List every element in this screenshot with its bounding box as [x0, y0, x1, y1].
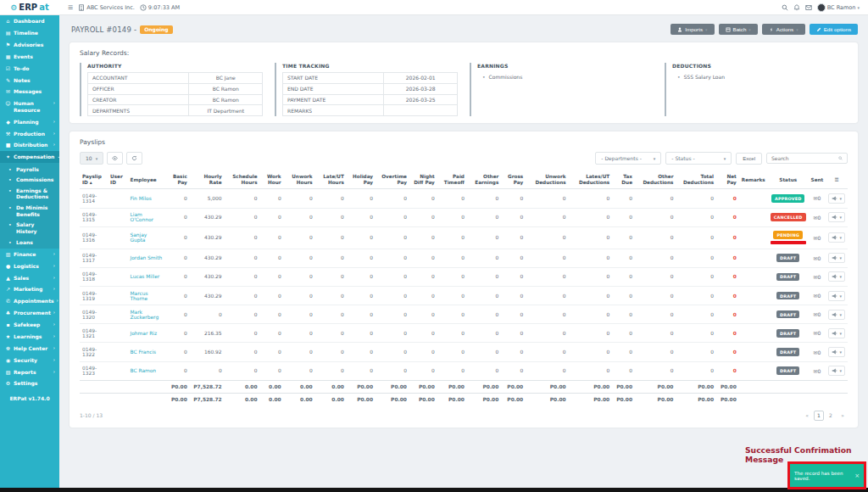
page-button-2[interactable]: 2 [826, 411, 836, 421]
user-menu[interactable]: BC Ramon ▾ [817, 3, 860, 12]
sidebar-item-compensation[interactable]: ✦Compensation⌄ [0, 151, 59, 163]
numeric-cell: 0 [315, 286, 347, 305]
row-actions-button[interactable]: ▾ [828, 291, 845, 301]
sidebar-item-learnings[interactable]: ★Learnings› [0, 331, 59, 343]
sent-cell[interactable]: ✉0 [809, 208, 826, 226]
status-badge: APPROVED [771, 194, 805, 203]
sent-cell[interactable]: ✉0 [809, 226, 826, 249]
app-logo[interactable]: ⚙ ERPat [0, 0, 59, 15]
sent-cell[interactable]: ✉0 [809, 305, 826, 324]
employee-link[interactable]: Johmar Riz [131, 331, 158, 336]
sidebar-item-reports[interactable]: ▧Reports› [0, 366, 59, 377]
next-page-button[interactable]: » [837, 411, 848, 421]
sidebar-item-settings[interactable]: ⚙Settings [0, 377, 59, 389]
imports-button[interactable]: Imports▾ [670, 24, 714, 35]
excel-export-button[interactable]: Excel [736, 153, 762, 165]
sent-cell[interactable]: ✉0 [809, 189, 826, 208]
row-actions-button[interactable]: ▾ [828, 271, 845, 282]
sidebar-item-production[interactable]: ⚒Production› [0, 127, 59, 139]
actions-button[interactable]: Actions▾ [762, 24, 805, 35]
numeric-cell: 0 [676, 208, 716, 226]
sent-cell[interactable]: ✉0 [809, 267, 826, 286]
sidebar-item-dashboard[interactable]: ⌂Dashboard [0, 15, 59, 27]
employee-cell: Fin Milos [128, 189, 166, 208]
prev-page-button[interactable]: « [802, 411, 812, 421]
status-cell: DRAFT [768, 305, 809, 324]
column-header-payslip-id[interactable]: Payslip ID ▴ [80, 171, 108, 189]
search-input[interactable] [771, 155, 835, 161]
numeric-cell: 0 [526, 343, 568, 361]
employee-link[interactable]: Lucas Miller [131, 274, 160, 279]
payslip-id-cell: 0149-1315 [80, 208, 108, 226]
sidebar-item-procurement[interactable]: ♣Procurement› [0, 307, 59, 319]
sent-cell[interactable]: ✉0 [809, 249, 826, 267]
hamburger-menu-icon[interactable]: ☰ [68, 4, 73, 11]
sidebar-item-security[interactable]: ◉Security› [0, 355, 59, 366]
sidebar-item-to-do[interactable]: ☑To-do [0, 63, 59, 75]
sidebar-subitem-de-minimis-benefits[interactable]: •De Minimis Benefits [0, 203, 59, 220]
employee-link[interactable]: Marcus Thorne [131, 291, 148, 301]
row-actions-button[interactable]: ▾ [828, 253, 845, 263]
column-header-tax-due: Tax Due [612, 171, 635, 189]
summary-value-cell: P0.00 [409, 393, 437, 405]
employee-link[interactable]: BC Ramon [131, 368, 157, 373]
sent-cell[interactable]: ✉0 [809, 286, 826, 305]
numeric-cell: 0 [284, 361, 315, 380]
row-actions-button[interactable]: ▾ [828, 347, 845, 357]
status-filter-select[interactable]: - Status - ▾ [665, 152, 732, 165]
employee-link[interactable]: Jordan Smith [131, 255, 163, 260]
batch-button[interactable]: Batch▾ [719, 24, 758, 35]
sidebar-item-planning[interactable]: ◆Planning› [0, 116, 59, 128]
sidebar-item-help-center[interactable]: ☸Help Center› [0, 343, 59, 355]
row-actions-button[interactable]: ▾ [828, 232, 845, 243]
summary-value-cell: P0.00 [165, 380, 189, 393]
column-visibility-button[interactable] [107, 152, 123, 165]
employee-link[interactable]: Sanjay Gupta [131, 232, 147, 243]
sidebar-item-safekeep[interactable]: ▪Safekeep› [0, 319, 59, 331]
employee-link[interactable]: Mark Zuckerberg [131, 310, 159, 320]
sidebar-item-sales[interactable]: ▲Sales› [0, 271, 59, 283]
column-header-menu[interactable]: ☰ [826, 171, 848, 189]
row-actions-button[interactable]: ▾ [828, 328, 845, 338]
sidebar-subitem-loans[interactable]: •Loans [0, 237, 59, 248]
departments-filter-select[interactable]: - Departments - ▾ [595, 152, 661, 165]
page-button-1[interactable]: 1 [814, 411, 824, 421]
sidebar-item-timeline[interactable]: ▤Timeline [0, 27, 59, 39]
user-name: BC Ramon [827, 4, 856, 11]
sidebar-item-human-resource[interactable]: ☺Human Resource› [0, 98, 59, 115]
toast-close-icon[interactable]: × [854, 472, 860, 479]
employee-link[interactable]: Fin Milos [131, 196, 152, 201]
edit-options-button[interactable]: Edit options [810, 24, 858, 35]
sent-cell[interactable]: ✉0 [809, 361, 826, 380]
sidebar-item-marketing[interactable]: ↗Marketing› [0, 283, 59, 295]
company-selector[interactable]: ABC Services Inc. [78, 4, 135, 11]
chevron-right-icon: › [53, 321, 55, 327]
sidebar-subitem-salary-history[interactable]: •Salary History [0, 220, 59, 237]
row-actions-button[interactable]: ▾ [828, 212, 845, 222]
status-badge: CANCELLED [771, 213, 806, 221]
sidebar-subitem-payrolls[interactable]: •Payrolls [0, 164, 59, 175]
page-size-select[interactable]: 10 ▾ [80, 152, 103, 165]
sent-cell[interactable]: ✉0 [809, 343, 826, 361]
sidebar-item-messages[interactable]: ✉Messages [0, 86, 59, 98]
sidebar-subitem-commissions[interactable]: •Commissions [0, 175, 59, 186]
refresh-button[interactable] [126, 152, 142, 165]
sidebar-item-logistics[interactable]: ●Logistics› [0, 260, 59, 272]
row-actions-button[interactable]: ▾ [828, 366, 845, 376]
sidebar-item-advisories[interactable]: ⚑Advisories [0, 39, 59, 51]
row-actions-button[interactable]: ▾ [828, 193, 845, 204]
employee-link[interactable]: BC Francis [131, 349, 157, 355]
notifications-bell-icon[interactable] [793, 4, 800, 11]
sidebar-item-events[interactable]: ▦Events [0, 51, 59, 63]
employee-link[interactable]: Liam O'Connor [131, 212, 153, 222]
sidebar-subitem-earnings-deductions[interactable]: •Earnings & Deductions [0, 185, 59, 202]
messages-mail-icon[interactable] [805, 4, 812, 11]
sidebar-item-distribution[interactable]: ■Distribution› [0, 139, 59, 151]
sidebar-item-notes[interactable]: ✎Notes [0, 74, 59, 86]
sidebar-item-appointments[interactable]: ✆Appointments› [0, 295, 59, 307]
search-icon[interactable] [782, 4, 788, 11]
sent-cell[interactable]: ✉0 [809, 324, 826, 343]
numeric-cell: 0 [467, 361, 501, 380]
sidebar-item-finance[interactable]: ▥Finance› [0, 249, 59, 260]
row-actions-button[interactable]: ▾ [828, 310, 845, 320]
